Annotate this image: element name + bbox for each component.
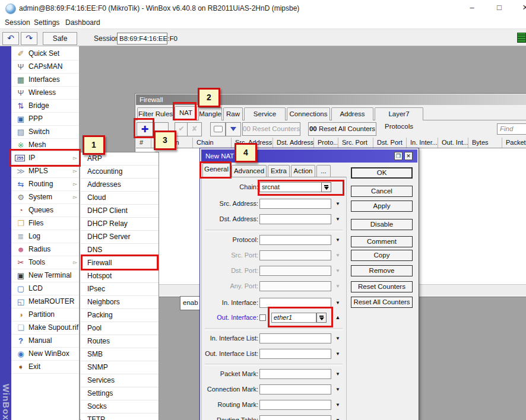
dropdown-arrow-icon[interactable]: ▼: [334, 384, 341, 394]
out-interface-not-checkbox[interactable]: [259, 314, 266, 321]
menu-session[interactable]: Session: [5, 18, 30, 27]
menu-settings[interactable]: Settings: [34, 18, 59, 27]
col-packets[interactable]: Packet...: [502, 138, 526, 148]
sidebar-item-lcd[interactable]: ▢LCD: [11, 282, 79, 295]
col-dst-port[interactable]: Dst. Port: [373, 138, 407, 148]
sidebar-item-new-winbox[interactable]: ◉New WinBox: [11, 348, 79, 361]
submenu-item-cloud[interactable]: Cloud: [81, 192, 159, 205]
protocol-input[interactable]: [259, 235, 331, 245]
submenu-item-dhcp-relay[interactable]: DHCP Relay: [81, 218, 159, 231]
dropdown-arrow-icon[interactable]: ▼: [334, 333, 341, 343]
tab-mangle[interactable]: Mangle: [198, 107, 222, 120]
tab-layer7-protocols[interactable]: Layer7 Protocols: [375, 107, 423, 120]
dialog-tab-more[interactable]: ...: [316, 165, 331, 177]
routing-table-input[interactable]: [259, 415, 331, 420]
comment-button[interactable]: [210, 122, 226, 136]
dialog-titlebar[interactable]: New NAT Rule: [201, 149, 417, 163]
collapse-arrow-icon[interactable]: ▲: [334, 313, 341, 323]
tab-connections[interactable]: Connections: [287, 107, 330, 120]
submenu-item-smb[interactable]: SMB: [81, 348, 159, 361]
submenu-item-snmp[interactable]: SNMP: [81, 361, 159, 374]
dialog-restore-button[interactable]: ❐: [394, 152, 403, 160]
sidebar-item-log[interactable]: ≣Log: [11, 230, 79, 243]
submenu-item-services[interactable]: Services: [81, 374, 159, 387]
out-interface-list-input[interactable]: [259, 349, 331, 359]
sidebar-item-manual[interactable]: ?Manual: [11, 335, 79, 348]
tab-raw[interactable]: Raw: [223, 107, 243, 120]
sidebar-item-radius[interactable]: ☻Radius: [11, 243, 79, 256]
session-field[interactable]: B8:69:F4:16:EE:F0: [117, 33, 167, 44]
sidebar-item-queues[interactable]: ◔Queues: [11, 204, 79, 217]
submenu-item-dhcp-server[interactable]: DHCP Server: [81, 231, 159, 244]
sidebar-item-interfaces[interactable]: ▦Interfaces: [11, 74, 79, 87]
dropdown-arrow-icon[interactable]: ▼: [334, 235, 341, 245]
ok-button[interactable]: OK: [351, 167, 413, 179]
dialog-tab-advanced[interactable]: Advanced: [232, 165, 267, 177]
sidebar-item-new-terminal[interactable]: ▣New Terminal: [11, 269, 79, 282]
dropdown-arrow-icon[interactable]: ▼: [334, 349, 341, 359]
disable-button[interactable]: Disable: [351, 219, 413, 230]
minimize-button[interactable]: –: [462, 0, 482, 15]
sidebar-item-switch[interactable]: ▤Switch: [11, 126, 79, 139]
dropdown-arrow-icon[interactable]: ▼: [334, 400, 341, 410]
safe-mode-button[interactable]: Safe Mode: [43, 32, 77, 45]
reset-all-counters-button[interactable]: Reset All Counters: [351, 297, 413, 308]
submenu-item-socks[interactable]: Socks: [81, 400, 159, 413]
remove-button[interactable]: Remove: [351, 265, 413, 276]
sidebar-item-routing[interactable]: ⇆Routing▻: [11, 178, 79, 191]
submenu-item-pool[interactable]: Pool: [81, 322, 159, 335]
submenu-item-dhcp-client[interactable]: DHCP Client: [81, 205, 159, 218]
undo-button[interactable]: ↶: [2, 32, 19, 45]
col-number[interactable]: #: [136, 138, 151, 148]
dropdown-arrow-icon[interactable]: ▼: [334, 369, 341, 379]
tab-service-ports[interactable]: Service Ports: [244, 107, 286, 120]
src-address-input[interactable]: [259, 199, 331, 209]
col-chain[interactable]: Chain: [193, 138, 232, 148]
col-dst-address[interactable]: Dst. Address: [273, 138, 314, 148]
sidebar-item-tools[interactable]: ✂Tools▻: [11, 256, 79, 269]
connection-mark-input[interactable]: [259, 384, 331, 394]
col-in-interface[interactable]: In. Inter...: [407, 138, 438, 148]
submenu-item-settings[interactable]: Settings: [81, 387, 159, 400]
tab-address-lists[interactable]: Address Lists: [331, 107, 373, 120]
cancel-button[interactable]: Cancel: [351, 186, 413, 197]
dialog-close-button[interactable]: ✕: [404, 152, 413, 160]
dropdown-arrow-icon[interactable]: ▼: [334, 415, 341, 420]
maximize-button[interactable]: □: [489, 0, 509, 15]
in-interface-list-input[interactable]: [259, 333, 331, 343]
sidebar-item-metarouter[interactable]: ◱MetaROUTER: [11, 295, 79, 308]
routing-mark-input[interactable]: [259, 400, 331, 410]
col-bytes[interactable]: Bytes: [468, 138, 502, 148]
sidebar-item-make-supout[interactable]: ❏Make Supout.rif: [11, 322, 79, 335]
comment-button[interactable]: Comment: [351, 236, 413, 247]
redo-button[interactable]: ↷: [21, 32, 37, 45]
submenu-item-hotspot[interactable]: Hotspot: [81, 270, 159, 283]
disable-rule-button[interactable]: ✘: [187, 122, 202, 136]
menu-dashboard[interactable]: Dashboard: [65, 18, 100, 27]
col-protocol[interactable]: Proto...: [314, 138, 338, 148]
col-src-port[interactable]: Src. Port: [338, 138, 373, 148]
dialog-tab-extra[interactable]: Extra: [268, 165, 290, 177]
apply-button[interactable]: Apply: [351, 201, 413, 212]
sidebar-item-quick-set[interactable]: ✐Quick Set: [11, 47, 79, 61]
submenu-item-ipsec[interactable]: IPsec: [81, 283, 159, 296]
submenu-item-packing[interactable]: Packing: [81, 309, 159, 322]
find-input[interactable]: Find: [497, 123, 526, 135]
col-out-interface[interactable]: Out. Int...: [438, 138, 468, 148]
packet-mark-input[interactable]: [259, 369, 331, 379]
submenu-item-routes[interactable]: Routes: [81, 335, 159, 348]
dropdown-arrow-icon[interactable]: ▼: [334, 214, 341, 224]
copy-button[interactable]: Copy: [351, 250, 413, 261]
submenu-item-tftp[interactable]: TFTP: [81, 413, 159, 420]
sidebar-item-ppp[interactable]: ▣PPP: [11, 113, 79, 126]
sidebar-item-mpls[interactable]: ≫MPLS▻: [11, 165, 79, 178]
sidebar-item-capsman[interactable]: ΨCAPsMAN: [11, 61, 79, 74]
reset-counters-button[interactable]: Reset Counters: [351, 281, 413, 292]
close-button[interactable]: ✕: [515, 0, 526, 15]
enable-rule-button[interactable]: ✔: [175, 122, 188, 136]
dialog-tab-action[interactable]: Action: [291, 165, 315, 177]
sidebar-item-wireless[interactable]: ΨWireless: [11, 87, 79, 100]
sidebar-item-files[interactable]: ❒Files: [11, 217, 79, 230]
submenu-item-addresses[interactable]: Addresses: [81, 179, 159, 192]
submenu-item-accounting[interactable]: Accounting: [81, 166, 159, 179]
